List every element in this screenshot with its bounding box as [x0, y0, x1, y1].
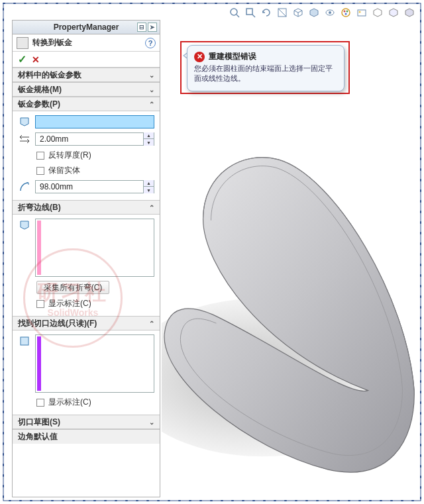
svg-point-12	[329, 11, 331, 14]
chevron-up-icon: ⌃	[149, 320, 154, 327]
view-cube-icon[interactable]	[387, 6, 400, 19]
thickness-icon	[18, 132, 31, 146]
checkbox-label: 反转厚度(R)	[48, 150, 91, 161]
bend-radius-icon	[18, 180, 31, 193]
section-view-icon[interactable]	[276, 6, 289, 19]
help-button[interactable]: ?	[145, 38, 156, 48]
svg-line-3	[237, 15, 239, 17]
svg-rect-17	[358, 10, 366, 16]
section-label: 折弯边线(B)	[18, 202, 61, 213]
section-rip-edges[interactable]: 找到切口边线(只读)(F) ⌃	[13, 316, 160, 330]
prev-view-icon[interactable]	[260, 6, 273, 19]
section-bend-body: 采集所有折弯(C) 显示标注(C)	[13, 215, 160, 316]
bend-edges-listbox[interactable]	[35, 219, 154, 277]
section-spec[interactable]: 钣金规格(M) ⌄	[13, 82, 160, 97]
view-cube2-icon[interactable]	[403, 6, 416, 19]
section-label: 边角默认值	[18, 431, 58, 442]
rip-edges-listbox[interactable]	[35, 334, 154, 393]
section-label: 钣金参数(P)	[18, 99, 60, 110]
section-params-body: 2.00mm ▲▼ 反转厚度(R) 保留实体 98.00mm ▲▼	[13, 111, 160, 200]
chevron-up-icon: ⌃	[149, 204, 154, 211]
rip-show-callouts-checkbox[interactable]: 显示标注(C)	[18, 397, 154, 408]
svg-rect-4	[246, 9, 252, 15]
fixed-face-selection[interactable]	[35, 115, 154, 128]
pm-header: PropertyManager ⊟ ➤	[13, 20, 160, 34]
feature-title-row: 转换到钣金 ?	[13, 34, 160, 52]
section-label: 找到切口边线(只读)(F)	[18, 318, 97, 329]
collect-all-bends-button[interactable]: 采集所有折弯(C)	[36, 281, 109, 294]
svg-line-9	[298, 11, 302, 13]
chevron-down-icon: ⌄	[149, 86, 154, 93]
chevron-up-icon: ⌃	[149, 101, 154, 108]
checkbox-label: 显示标注(C)	[48, 298, 91, 309]
display-style-icon[interactable]	[307, 6, 321, 19]
convert-to-sheetmetal-icon	[17, 37, 28, 49]
checkbox-label: 显示标注(C)	[48, 397, 91, 408]
section-params[interactable]: 钣金参数(P) ⌃	[13, 97, 160, 111]
svg-line-7	[278, 9, 286, 17]
confirm-row: ✓ ✕	[13, 52, 160, 68]
spin-down[interactable]: ▼	[143, 139, 154, 146]
reverse-thickness-checkbox[interactable]: 反转厚度(R)	[18, 150, 154, 161]
error-icon: ✕	[194, 52, 205, 62]
svg-line-5	[252, 15, 255, 17]
bend-radius-value: 98.00mm	[36, 182, 143, 191]
svg-rect-21	[21, 337, 28, 345]
checkbox-icon	[36, 167, 44, 175]
chevron-down-icon: ⌄	[149, 72, 154, 79]
rip-edge-icon	[18, 334, 31, 348]
checkbox-icon	[36, 300, 44, 308]
spin-up[interactable]: ▲	[143, 180, 154, 187]
ok-button[interactable]: ✓	[18, 53, 26, 66]
bend-radius-input[interactable]: 98.00mm ▲▼	[35, 180, 154, 193]
apply-scene-icon[interactable]	[355, 6, 368, 19]
svg-point-15	[346, 11, 348, 13]
cancel-button[interactable]: ✕	[32, 54, 40, 65]
checkbox-icon	[36, 399, 44, 407]
view-settings-icon[interactable]	[371, 6, 384, 19]
section-rip-sketch[interactable]: 切口草图(S) ⌄	[13, 415, 160, 429]
svg-point-13	[342, 9, 350, 17]
section-bend-edges[interactable]: 折弯边线(B) ⌃	[13, 200, 160, 215]
keep-body-checkbox[interactable]: 保留实体	[18, 165, 154, 176]
bend-show-callouts-checkbox[interactable]: 显示标注(C)	[18, 298, 154, 309]
zoom-fit-icon[interactable]	[228, 6, 241, 19]
section-material[interactable]: 材料中的钣金参数 ⌄	[13, 68, 160, 82]
feature-title: 转换到钣金	[32, 37, 141, 48]
pm-push-icon[interactable]: ➤	[148, 23, 157, 32]
section-label: 材料中的钣金参数	[18, 70, 81, 81]
svg-line-8	[294, 11, 298, 13]
section-label: 钣金规格(M)	[18, 84, 62, 95]
spin-up[interactable]: ▲	[143, 132, 154, 139]
property-manager-panel: PropertyManager ⊟ ➤ 转换到钣金 ? ✓ ✕ 材料中的钣金参数…	[12, 20, 160, 497]
checkbox-label: 保留实体	[48, 165, 80, 176]
view-orient-icon[interactable]	[292, 6, 305, 19]
graphics-viewport[interactable]	[162, 21, 416, 496]
section-label: 切口草图(S)	[18, 417, 60, 428]
svg-point-16	[345, 13, 347, 15]
chevron-down-icon: ⌄	[149, 419, 154, 426]
bend-edge-icon	[18, 219, 31, 232]
pm-title: PropertyManager	[54, 23, 119, 32]
checkbox-icon	[36, 152, 44, 160]
edit-appearance-icon[interactable]	[339, 6, 352, 19]
thickness-value: 2.00mm	[36, 134, 143, 144]
svg-point-18	[359, 11, 361, 13]
hide-show-icon[interactable]	[323, 6, 337, 19]
fixed-face-icon	[18, 115, 31, 128]
svg-point-2	[231, 9, 237, 15]
rebuild-error-tooltip: ✕ 重建模型错误 您必须在圆柱面的结束端面上选择一固定平面或线性边线。	[187, 45, 344, 91]
view-toolbar	[166, 5, 416, 20]
thickness-input[interactable]: 2.00mm ▲▼	[35, 132, 154, 146]
spin-down[interactable]: ▼	[143, 187, 154, 193]
warning-title: 重建模型错误	[209, 51, 256, 62]
section-corner-defaults[interactable]: 边角默认值	[13, 429, 160, 444]
pm-pin-icon[interactable]: ⊟	[137, 23, 146, 32]
zoom-area-icon[interactable]	[244, 6, 257, 19]
warning-body: 您必须在圆柱面的结束端面上选择一固定平面或线性边线。	[194, 64, 337, 84]
section-rip-body: 显示标注(C)	[13, 330, 160, 415]
svg-point-14	[344, 11, 346, 13]
